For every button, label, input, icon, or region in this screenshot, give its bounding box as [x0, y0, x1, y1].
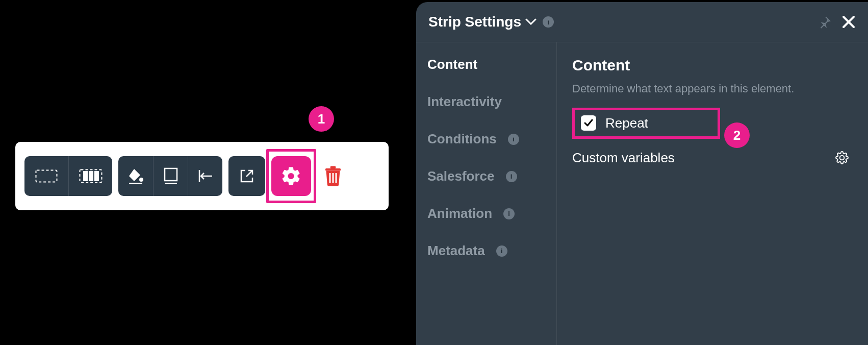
- toolbar: [15, 142, 389, 210]
- strip-settings-panel: Strip Settings i Content Interactivity: [416, 2, 868, 345]
- delete-button[interactable]: [315, 156, 351, 196]
- align-left-icon: [198, 169, 213, 183]
- toolbar-group-2: [118, 156, 222, 196]
- repeat-option: Repeat: [572, 108, 720, 139]
- open-external-icon: [239, 168, 254, 184]
- fill-button[interactable]: [118, 156, 153, 196]
- nav-animation[interactable]: Animation i: [427, 206, 545, 221]
- callout-number: 2: [733, 128, 741, 143]
- info-icon[interactable]: i: [503, 208, 515, 219]
- panel-header: Strip Settings i: [416, 2, 868, 42]
- svg-rect-14: [329, 173, 331, 183]
- check-icon: [583, 118, 594, 128]
- trash-icon: [324, 166, 342, 186]
- nav-salesforce[interactable]: Salesforce i: [427, 168, 545, 184]
- open-external-button[interactable]: [228, 156, 265, 196]
- panel-body: Content Interactivity Conditions i Sales…: [416, 42, 868, 345]
- svg-rect-12: [325, 168, 341, 171]
- svg-point-5: [139, 178, 143, 182]
- panel-title[interactable]: Strip Settings: [428, 14, 521, 30]
- panel-title-text: Strip Settings: [428, 14, 521, 30]
- dashed-rect-button[interactable]: [24, 156, 68, 196]
- custom-variables-row: Custom variables: [572, 150, 853, 166]
- nav-label: Conditions: [427, 131, 497, 147]
- callout-number: 1: [318, 111, 325, 127]
- svg-rect-2: [83, 171, 88, 181]
- gear-icon[interactable]: [835, 151, 849, 164]
- chevron-down-icon[interactable]: [525, 18, 537, 26]
- svg-rect-16: [336, 173, 337, 183]
- custom-variables-label: Custom variables: [572, 150, 675, 166]
- nav-label: Interactivity: [427, 94, 502, 110]
- gear-icon: [280, 165, 302, 187]
- content-description: Determine what text appears in this elem…: [572, 81, 853, 96]
- svg-rect-6: [129, 183, 142, 184]
- info-icon[interactable]: i: [506, 171, 517, 182]
- fill-icon: [127, 167, 144, 185]
- toolbar-group-1: [24, 156, 112, 196]
- svg-rect-15: [333, 173, 334, 183]
- svg-rect-3: [89, 171, 93, 181]
- align-left-button[interactable]: [188, 156, 222, 196]
- nav-interactivity[interactable]: Interactivity: [427, 94, 545, 110]
- close-icon[interactable]: [841, 15, 856, 29]
- svg-rect-8: [165, 183, 177, 184]
- border-button[interactable]: [153, 156, 188, 196]
- filmstrip-icon: [79, 169, 103, 183]
- border-icon: [163, 167, 178, 185]
- svg-rect-7: [165, 168, 177, 181]
- nav-label: Metadata: [427, 243, 485, 259]
- nav-content[interactable]: Content: [427, 57, 545, 72]
- nav-metadata[interactable]: Metadata i: [427, 243, 545, 259]
- svg-rect-4: [94, 171, 99, 181]
- toolbar-group-3: [228, 156, 265, 196]
- svg-line-11: [246, 170, 252, 177]
- dashed-rect-icon: [35, 169, 58, 183]
- nav-label: Salesforce: [427, 168, 495, 184]
- panel-content: Content Determine what text appears in t…: [557, 42, 868, 345]
- filmstrip-button[interactable]: [68, 156, 112, 196]
- info-icon[interactable]: i: [543, 16, 554, 28]
- info-icon[interactable]: i: [496, 245, 507, 257]
- callout-badge-2: 2: [724, 122, 750, 148]
- svg-rect-0: [36, 170, 57, 182]
- callout-badge-1: 1: [309, 106, 334, 132]
- content-heading: Content: [572, 57, 853, 74]
- pin-icon[interactable]: [818, 15, 831, 29]
- settings-gear-button[interactable]: [271, 156, 311, 196]
- nav-conditions[interactable]: Conditions i: [427, 131, 545, 147]
- panel-nav: Content Interactivity Conditions i Sales…: [416, 42, 557, 345]
- nav-label: Content: [427, 57, 477, 72]
- info-icon[interactable]: i: [508, 134, 519, 145]
- repeat-checkbox[interactable]: [581, 115, 596, 131]
- svg-rect-13: [330, 166, 336, 169]
- nav-label: Animation: [427, 206, 492, 221]
- repeat-label: Repeat: [605, 115, 648, 131]
